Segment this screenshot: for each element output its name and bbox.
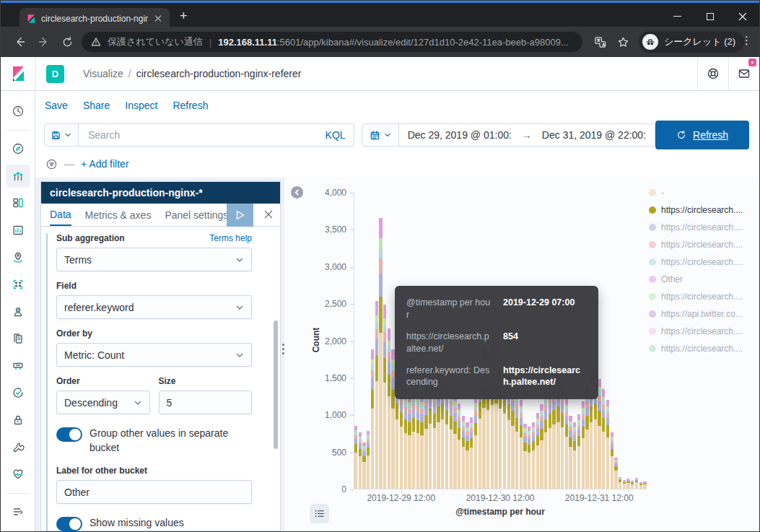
breadcrumb-section[interactable]: Visualize: [83, 68, 123, 79]
tab-metrics-axes[interactable]: Metrics & axes: [85, 204, 152, 226]
label-other-bucket-input[interactable]: [56, 480, 252, 504]
bar[interactable]: [635, 478, 638, 489]
bar[interactable]: [420, 396, 423, 489]
bar[interactable]: [582, 401, 585, 489]
bar[interactable]: [354, 426, 357, 489]
bar[interactable]: [598, 379, 600, 489]
space-avatar[interactable]: D: [46, 65, 64, 83]
bar[interactable]: [528, 427, 530, 489]
sidebar-item-visualize[interactable]: [6, 165, 30, 188]
refresh-link[interactable]: Refresh: [172, 100, 208, 111]
bar[interactable]: [466, 422, 468, 489]
terms-help-link[interactable]: Terms help: [209, 233, 252, 243]
bar[interactable]: [474, 396, 477, 489]
bar[interactable]: [569, 416, 572, 489]
bar[interactable]: [470, 417, 473, 489]
panel-scrollbar[interactable]: [274, 320, 278, 449]
bar[interactable]: [453, 394, 456, 489]
legend-item[interactable]: https://circlesearch....: [649, 344, 743, 354]
bar[interactable]: [412, 389, 415, 489]
sidebar-item-machine-learning[interactable]: [6, 273, 30, 296]
sidebar-item-recently-viewed[interactable]: [6, 100, 30, 123]
window-maximize-button[interactable]: [694, 5, 726, 27]
address-bar[interactable]: 保護されていない通信 | 192.168.11.11:5601/app/kiba…: [82, 32, 582, 52]
bar[interactable]: [611, 432, 613, 489]
refresh-button[interactable]: Refresh: [655, 121, 749, 149]
bar[interactable]: [404, 391, 407, 489]
bar[interactable]: [371, 349, 374, 489]
reload-button[interactable]: [58, 33, 76, 51]
bar[interactable]: [532, 422, 535, 489]
size-input[interactable]: [159, 391, 253, 414]
bar[interactable]: [619, 477, 621, 489]
bar[interactable]: [626, 479, 629, 489]
bar[interactable]: [643, 481, 646, 489]
bar[interactable]: [602, 389, 605, 489]
date-range-end[interactable]: Dec 31, 2019 @ 22:00:: [542, 129, 646, 141]
search-input[interactable]: [87, 128, 320, 141]
bar[interactable]: [458, 404, 460, 489]
legend-item[interactable]: https://circlesearch....: [649, 326, 743, 336]
bar[interactable]: [549, 383, 551, 489]
bar[interactable]: [379, 218, 382, 489]
share-button[interactable]: Share: [83, 100, 110, 111]
bar[interactable]: [565, 398, 568, 489]
sidebar-item-canvas[interactable]: [6, 219, 30, 242]
collapse-sidebar-button[interactable]: [291, 186, 303, 199]
legend-toggle-button[interactable]: [310, 504, 329, 523]
sidebar-item-stack-monitoring[interactable]: [6, 463, 30, 486]
sidebar-item-logs[interactable]: [6, 328, 30, 351]
sidebar-item-apm[interactable]: [6, 354, 30, 378]
kibana-logo[interactable]: [1, 57, 36, 90]
bar[interactable]: [573, 422, 576, 489]
bar[interactable]: [577, 414, 580, 489]
legend-item[interactable]: https://circlesearch....: [649, 222, 743, 232]
bar[interactable]: [631, 481, 634, 489]
legend-item[interactable]: -: [649, 188, 743, 198]
bar[interactable]: [544, 391, 547, 489]
kql-selector[interactable]: KQL: [326, 129, 346, 141]
sidebar-item-maps[interactable]: [6, 246, 30, 269]
legend-item[interactable]: https://api.twitter.co...: [649, 309, 743, 319]
sidebar-item-dev-tools[interactable]: [6, 436, 30, 459]
tab-panel-settings[interactable]: Panel settings: [165, 204, 228, 226]
bar[interactable]: [388, 328, 390, 489]
bar[interactable]: [523, 424, 526, 489]
saved-query-button[interactable]: [44, 123, 79, 147]
bar[interactable]: [623, 480, 626, 489]
bar[interactable]: [424, 385, 427, 489]
browser-menu-button[interactable]: ⋮: [741, 34, 752, 47]
show-missing-toggle[interactable]: [56, 517, 82, 531]
order-select[interactable]: Descending: [56, 391, 150, 414]
field-select[interactable]: referer.keyword: [56, 295, 252, 319]
date-range-start[interactable]: Dec 29, 2019 @ 01:00:: [408, 129, 512, 141]
forward-button[interactable]: [35, 33, 53, 51]
save-button[interactable]: Save: [45, 100, 68, 111]
discard-changes-button[interactable]: [263, 209, 274, 219]
bar[interactable]: [639, 482, 642, 489]
sidebar-item-dashboard[interactable]: [6, 192, 30, 215]
bookmark-button[interactable]: [614, 33, 632, 51]
window-minimize-button[interactable]: [661, 5, 694, 27]
bar[interactable]: [408, 396, 411, 489]
sidebar-item-metrics[interactable]: [6, 300, 30, 323]
bar[interactable]: [383, 305, 386, 489]
legend-item[interactable]: https://circlesearch....: [649, 257, 743, 267]
tab-close-icon[interactable]: [153, 14, 163, 22]
bar[interactable]: [416, 392, 419, 489]
bar[interactable]: [520, 400, 523, 489]
sub-aggregation-select[interactable]: Terms: [56, 248, 252, 271]
help-button[interactable]: [697, 57, 728, 90]
inspect-button[interactable]: Inspect: [125, 100, 157, 111]
bar[interactable]: [585, 386, 588, 489]
bar[interactable]: [450, 386, 453, 489]
bar[interactable]: [614, 458, 617, 489]
bar[interactable]: [515, 389, 518, 489]
order-by-select[interactable]: Metric: Count: [56, 343, 252, 367]
new-tab-button[interactable]: +: [180, 9, 188, 24]
window-close-button[interactable]: [726, 5, 759, 27]
bar[interactable]: [536, 413, 539, 489]
legend-item[interactable]: https://circlesearch....: [649, 292, 743, 302]
back-button[interactable]: [11, 33, 28, 51]
bar[interactable]: [606, 400, 609, 489]
